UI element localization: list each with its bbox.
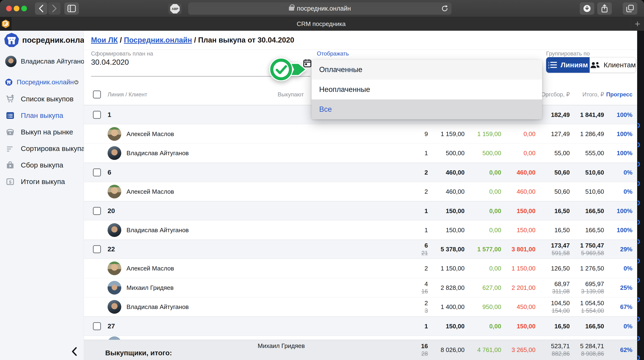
lock-icon xyxy=(289,6,294,11)
column-total[interactable]: Итого, ₽ xyxy=(582,84,604,105)
table-row-line-27[interactable]: 271150,000,00150,0016,50166,500% xyxy=(84,317,637,336)
table-row-client[interactable]: Владислав Айтуганов1500,00500,000,0055,0… xyxy=(84,144,637,163)
sidebar-item-6[interactable]: $Итоги выкупа xyxy=(0,173,84,190)
sidebar-item-4[interactable]: Сортировка выкупа xyxy=(0,140,84,157)
sidebar-item-2[interactable]: План выкупа xyxy=(0,107,84,124)
adblock-extension-button[interactable]: ABP xyxy=(168,3,182,14)
column-buyers[interactable]: Выкупают xyxy=(278,84,304,105)
table-row-line-22[interactable]: 226215 378,001 577,003 801,00173,47591,5… xyxy=(84,240,637,259)
fullscreen-window-button[interactable] xyxy=(21,6,27,11)
group-by-lines-button[interactable]: 123Линиям xyxy=(546,57,590,73)
column-progress[interactable]: Прогресс xyxy=(606,84,632,105)
clipped-icon xyxy=(637,181,640,186)
sidebar-toggle-button[interactable] xyxy=(64,2,79,15)
main-content: Мои ЛК / Посредник.онлайн / План выкупа … xyxy=(84,31,637,360)
table-row-client[interactable]: Владислав Айтуганов1150,000,00150,0016,5… xyxy=(84,220,637,240)
clipped-icon xyxy=(637,258,640,264)
client-name: Алексей Маслов xyxy=(126,130,174,137)
breadcrumb-link[interactable]: Посредник.онлайн xyxy=(124,36,192,44)
cell-prog: 100% xyxy=(578,207,632,215)
sidebar-item-label: Выкуп на рынке xyxy=(21,128,73,136)
footer-progress: 62% xyxy=(578,346,632,354)
avatar xyxy=(108,300,121,314)
line-number: 6 xyxy=(108,169,111,176)
new-tab-button[interactable]: + xyxy=(631,17,644,31)
url-text: посредник.онлайн xyxy=(297,5,351,12)
cell-prog: 0% xyxy=(578,323,632,330)
avatar xyxy=(108,185,121,198)
table-row-line-6[interactable]: 62460,000,00460,0050,60510,600% xyxy=(84,163,637,182)
dropdown-option-3[interactable]: Все xyxy=(312,99,542,119)
dropdown-option-2[interactable]: Неоплаченные xyxy=(312,80,542,99)
client-name: Владислав Айтуганов xyxy=(126,303,189,311)
basket-icon xyxy=(5,127,15,137)
table-row-line-20[interactable]: 201150,000,00150,0016,50166,50100% xyxy=(84,201,637,220)
avatar xyxy=(108,281,121,295)
abp-icon: ABP xyxy=(170,4,180,13)
breadcrumb-link[interactable]: Мои ЛК xyxy=(91,36,118,44)
row-checkbox[interactable] xyxy=(93,111,101,119)
share-button[interactable] xyxy=(597,2,612,15)
row-checkbox[interactable] xyxy=(93,168,101,176)
sidebar-item-label: План выкупа xyxy=(21,111,63,119)
browser-tab-bar: CRM посредника + xyxy=(0,17,644,31)
display-filter-dropdown: ОплаченныеНеоплаченныеВсе xyxy=(312,60,542,119)
sidebar-item-3[interactable]: Выкуп на рынке xyxy=(0,124,84,140)
forward-button[interactable] xyxy=(48,2,60,15)
active-tab[interactable]: CRM посредника xyxy=(11,17,631,31)
avatar xyxy=(108,262,121,275)
people-icon xyxy=(590,61,600,69)
clipped-icon xyxy=(637,142,640,147)
user-name: Владислав Айтуганов xyxy=(21,58,88,65)
sidebar-item-label: Сбор выкупа xyxy=(21,161,63,169)
dollar-icon: $ xyxy=(5,177,15,187)
close-window-button[interactable] xyxy=(6,6,12,11)
column-line-client[interactable]: Линия / Клиент xyxy=(108,84,147,105)
reload-button[interactable] xyxy=(441,5,448,12)
sidebar-user[interactable]: Владислав Айтуганов xyxy=(5,55,79,68)
chevron-left-icon xyxy=(38,4,44,12)
partial-row xyxy=(84,336,637,340)
numbered-list-icon: 123 xyxy=(548,61,557,69)
table-row-client[interactable]: Алексей Маслов91 159,001 159,000,00127,4… xyxy=(84,124,637,143)
breadcrumb: Мои ЛК / Посредник.онлайн / План выкупа … xyxy=(91,36,294,44)
svg-text:2: 2 xyxy=(548,64,550,66)
dropdown-option-1[interactable]: Оплаченные xyxy=(312,60,542,80)
date-input[interactable]: 30.04.2020 xyxy=(91,58,129,67)
sidebar-account[interactable]: Посредник.онлайн xyxy=(5,76,79,89)
row-checkbox[interactable] xyxy=(93,322,101,330)
row-checkbox[interactable] xyxy=(93,207,101,215)
column-org-fee[interactable]: Оргсбор, ₽ xyxy=(541,84,570,105)
select-all-checkbox[interactable] xyxy=(93,90,101,98)
logout-account-icon[interactable] xyxy=(74,78,79,86)
group-by-clients-button[interactable]: Клиентам xyxy=(590,57,636,73)
app-brand: посредник.онлайн xyxy=(4,32,94,48)
group-button-label: Линиям xyxy=(560,61,588,69)
table-row-client[interactable]: Алексей Маслов21 150,000,001 150,00126,5… xyxy=(84,259,637,278)
clipped-icon xyxy=(637,239,640,244)
row-checkbox[interactable] xyxy=(93,245,101,253)
chevron-right-icon xyxy=(52,4,57,12)
sidebar-item-5[interactable]: Сбор выкупа xyxy=(0,157,84,173)
tab-overview-button[interactable] xyxy=(623,2,638,15)
browser-window: ABP посредник.онлайн CRM посредника + xyxy=(0,0,644,360)
table-row-client[interactable]: Владислав Айтуганов231 400,00950,00450,0… xyxy=(84,297,637,317)
sidebar-item-1[interactable]: Список выкупов xyxy=(0,91,84,107)
line-number: 20 xyxy=(108,207,115,215)
clipped-icon xyxy=(637,297,640,302)
downloads-button[interactable] xyxy=(580,2,594,15)
table-row-client[interactable]: Алексей Маслов2460,000,00460,0050,60510,… xyxy=(84,182,637,201)
pinned-tab[interactable] xyxy=(0,17,11,31)
reload-icon xyxy=(441,5,448,12)
clipped-icon xyxy=(637,336,640,341)
footer-label: Выкупщики, итого: xyxy=(105,349,172,357)
sort-lines-icon xyxy=(5,144,15,154)
minimize-window-button[interactable] xyxy=(14,6,20,11)
chevron-left-icon xyxy=(71,347,77,356)
table-row-client[interactable]: Михаил Гридяев4162 828,00627,002 201,006… xyxy=(84,278,637,297)
sidebar-collapse-button[interactable] xyxy=(69,346,80,357)
display-filter-label[interactable]: Отображать xyxy=(317,50,349,57)
cell-prog: 100% xyxy=(578,111,632,119)
address-bar[interactable]: посредник.онлайн xyxy=(188,2,452,15)
back-button[interactable] xyxy=(35,2,47,15)
